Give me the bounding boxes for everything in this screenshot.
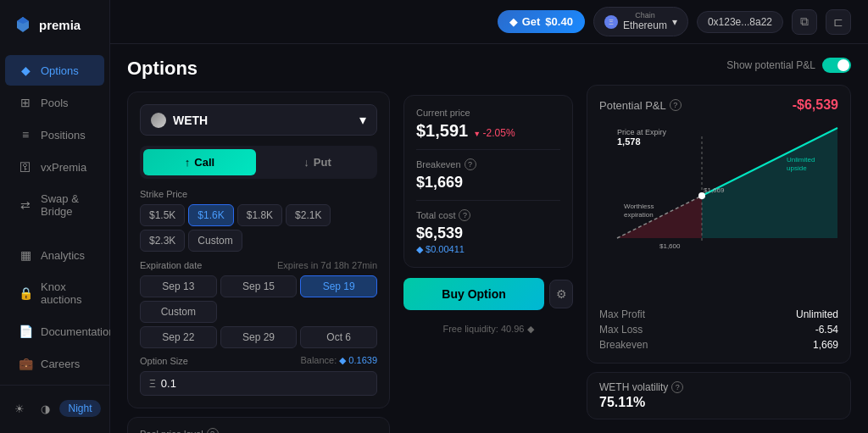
buy-row: Buy Option ⚙	[403, 278, 573, 310]
strike-1500[interactable]: $1.5K	[140, 204, 185, 226]
logo-text: premia	[39, 18, 81, 32]
buy-option-button[interactable]: Buy Option	[403, 278, 544, 310]
strike-custom[interactable]: Custom	[188, 230, 242, 252]
sidebar-item-positions[interactable]: ≡ Positions	[5, 119, 104, 150]
eth-size-icon: Ξ	[149, 378, 156, 390]
theme-row: ☀ ◑ Night	[0, 391, 109, 426]
pool-price-card: Pool price level ? 🔥 11.6% Below Market	[127, 417, 390, 433]
strike-pills: $1.5K $1.6K $1.8K $2.1K $2.3K Custom	[140, 204, 377, 252]
total-cost-eth: ◆ $0.00411	[416, 244, 560, 255]
cost-section: Total cost ? $6,539 ◆ $0.00411	[416, 209, 560, 255]
logo: premia	[0, 0, 109, 49]
vol-info-icon[interactable]: ?	[671, 381, 683, 393]
main-area: ◆ Get $0.40 Ξ Chain Ethereum ▾ 0x123e...…	[110, 0, 868, 433]
pnl-value: -$6,539	[793, 97, 838, 113]
current-price-value: $1,591	[416, 121, 468, 141]
date-custom-exp[interactable]: Custom	[140, 301, 217, 323]
get-button[interactable]: ◆ Get $0.40	[498, 10, 585, 33]
pool-price-info-icon[interactable]: ?	[207, 428, 219, 433]
settings-button[interactable]: ⚙	[549, 280, 573, 308]
breakeven-info-icon[interactable]: ?	[465, 158, 476, 170]
wallet-address: 0x123e...8a22	[708, 16, 772, 28]
call-tab[interactable]: ↑ Call	[143, 149, 256, 175]
sidebar-item-vxpremia[interactable]: ⚿ vxPremia	[5, 152, 104, 182]
sidebar-item-documentation-label: Documentation	[41, 325, 114, 338]
size-label: Option Size	[140, 356, 188, 366]
strike-2100[interactable]: $2.1K	[286, 204, 331, 226]
gear-icon: ⚙	[556, 287, 567, 301]
sidebar-item-analytics-label: Analytics	[41, 249, 85, 262]
careers-icon: 💼	[19, 357, 32, 370]
knox-icon: 🔒	[19, 286, 32, 300]
weth-icon	[151, 113, 166, 128]
vol-title: WETH volatility ?	[599, 381, 838, 393]
asset-left: WETH	[151, 113, 208, 128]
sidebar-item-documentation[interactable]: 📄 Documentation	[5, 316, 104, 347]
volatility-section: WETH volatility ? 75.11%	[587, 372, 851, 419]
breakeven-stat-value: 1,669	[719, 339, 838, 351]
size-input[interactable]	[161, 377, 229, 390]
copy-button[interactable]: ⧉	[792, 9, 817, 35]
date-sep19[interactable]: Sep 19	[300, 275, 377, 297]
call-put-tabs: ↑ Call ↓ Put	[140, 146, 377, 179]
svg-text:Unlimited: Unlimited	[787, 156, 815, 164]
total-cost-value: $6,539	[416, 225, 560, 242]
sidebar-item-options[interactable]: ◆ Options	[5, 55, 104, 86]
asset-name: WETH	[173, 114, 208, 127]
pool-price-label: Pool price level ?	[140, 428, 377, 433]
date-sep29[interactable]: Sep 29	[220, 326, 298, 348]
left-panel: Options WETH ▾ ↑ Call	[127, 58, 390, 419]
svg-text:upside: upside	[787, 164, 807, 172]
get-label: Get	[522, 15, 541, 28]
sidebar-item-knox[interactable]: 🔒 Knox auctions	[5, 272, 104, 314]
exit-button[interactable]: ⊏	[826, 9, 851, 35]
light-theme-button[interactable]: ◑	[34, 397, 56, 419]
chain-button[interactable]: Ξ Chain Ethereum ▾	[593, 7, 688, 36]
positions-icon: ≡	[19, 128, 32, 142]
night-theme-button[interactable]: Night	[59, 400, 100, 417]
vxpremia-icon: ⚿	[19, 160, 32, 174]
strike-2300[interactable]: $2.3K	[140, 230, 185, 252]
svg-text:Price at Expiry: Price at Expiry	[617, 128, 667, 136]
put-tab[interactable]: ↓ Put	[261, 149, 374, 175]
sidebar-item-knox-label: Knox auctions	[41, 280, 91, 306]
chart-area: Price at Expiry 1,578 Worthless expirati…	[599, 119, 838, 302]
options-card: WETH ▾ ↑ Call ↓ Put Strike Price	[127, 92, 390, 408]
right-panel: Show potential P&L Potential P&L ? -$6,5…	[587, 58, 851, 419]
chain-info: Chain Ethereum	[623, 12, 667, 31]
put-tab-label: Put	[314, 156, 331, 169]
chain-chevron-icon: ▾	[672, 16, 677, 28]
show-pl-label: Show potential P&L	[726, 59, 815, 71]
get-icon: ◆	[509, 16, 517, 28]
call-tab-label: Call	[194, 156, 214, 169]
sidebar-item-analytics[interactable]: ▦ Analytics	[5, 240, 104, 270]
put-arrow-icon: ↓	[303, 156, 309, 169]
exit-icon: ⊏	[833, 15, 843, 29]
size-header: Option Size Balance: ◆ 0.1639	[140, 355, 377, 366]
show-pl-row: Show potential P&L	[587, 58, 851, 73]
sidebar-item-swap[interactable]: ⇄ Swap & Bridge	[5, 184, 104, 226]
sun-theme-button[interactable]: ☀	[8, 397, 31, 419]
total-cost-info-icon[interactable]: ?	[459, 209, 470, 221]
strike-1600[interactable]: $1.6K	[188, 204, 233, 226]
date-oct6[interactable]: Oct 6	[300, 326, 377, 348]
sidebar-item-pools[interactable]: ⊞ Pools	[5, 87, 104, 118]
sidebar-item-careers[interactable]: 💼 Careers	[5, 348, 104, 379]
date-grid-row2: Sep 22 Sep 29 Oct 6	[140, 326, 377, 348]
strike-1800[interactable]: $1.8K	[237, 204, 282, 226]
date-grid-row1: Sep 13 Sep 15 Sep 19 Custom	[140, 275, 377, 323]
date-sep13[interactable]: Sep 13	[140, 275, 217, 297]
pnl-info-icon[interactable]: ?	[670, 99, 682, 111]
sidebar-item-options-label: Options	[41, 64, 79, 77]
svg-text:1,578: 1,578	[617, 136, 641, 147]
asset-selector[interactable]: WETH ▾	[140, 104, 377, 136]
asset-chevron-icon: ▾	[359, 112, 366, 128]
sidebar: premia ◆ Options ⊞ Pools ≡ Positions ⚿ v…	[0, 0, 110, 433]
show-pl-toggle[interactable]	[822, 58, 851, 73]
premia-logo-icon	[14, 15, 32, 34]
content: Options WETH ▾ ↑ Call	[110, 44, 868, 433]
breakeven-section: Breakeven ? $1,669	[416, 158, 560, 192]
date-sep15[interactable]: Sep 15	[220, 275, 298, 297]
address-button[interactable]: 0x123e...8a22	[697, 11, 783, 33]
date-sep22[interactable]: Sep 22	[140, 326, 217, 348]
